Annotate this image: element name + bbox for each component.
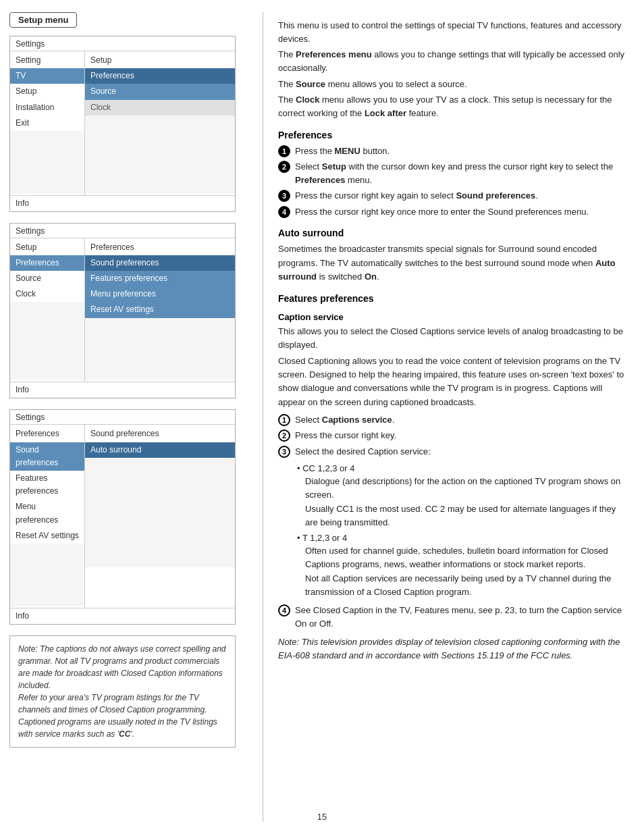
panel1-col1-row4: Exit — [10, 115, 84, 131]
panel1-col2-row3: Clock — [85, 100, 235, 115]
panel2-col2-row7 — [85, 349, 235, 365]
pref-step-3-text: Press the cursor right key again to sele… — [295, 189, 538, 203]
panel2-col1-row5 — [10, 318, 84, 334]
panel2-col2-row2: Features preferences — [85, 271, 235, 286]
panel2-col2-row3: Menu preferences — [85, 286, 235, 302]
caption-step-1-text: Select Captions service. — [295, 413, 394, 427]
panel1-col1: Setting TV Setup Installation Exit — [10, 51, 84, 195]
preferences-steps: 1 Press the MENU button. 2 Select Setup … — [278, 145, 628, 219]
settings-panel-1: Settings Setting TV Setup Installation E… — [9, 36, 236, 212]
panel2-col1-row0: Setup — [10, 240, 84, 255]
step-num-1: 1 — [278, 145, 290, 157]
page-number: 15 — [317, 812, 327, 822]
panel1-col1-row8 — [10, 178, 84, 194]
panel2-col2-row6 — [85, 334, 235, 349]
panel3-col1-row3: Menu preferences — [10, 499, 84, 527]
panel1-col2-row0: Setup — [85, 53, 235, 68]
panel3-col2-row2 — [85, 458, 235, 473]
intro-text-2: The Preferences menu allows you to chang… — [278, 48, 628, 75]
caption-step-1: 1 Select Captions service. — [278, 413, 628, 427]
note-box: Note: The captions do not always use cor… — [9, 635, 236, 748]
panel3-col2-row3 — [85, 473, 235, 489]
panel1-col2-row1: Preferences — [85, 68, 235, 84]
caption-step-num-2: 2 — [278, 429, 290, 442]
panel1-col1-row3: Installation — [10, 100, 84, 115]
panel3-col1-row5 — [10, 544, 84, 559]
panel3-col1: Preferences Sound preferences Features p… — [10, 425, 84, 607]
cc-label: • CC 1,2,3 or 4 — [297, 463, 628, 473]
setup-menu-header: Setup menu — [9, 12, 77, 28]
right-column: This menu is used to control the setting… — [263, 12, 644, 822]
panel2-col1-row6 — [10, 334, 84, 349]
caption-italic-note: Note: This television provides display o… — [278, 635, 628, 662]
panel2-title: Settings — [10, 224, 235, 238]
pref-step-4-text: Press the cursor right key once more to … — [295, 205, 589, 219]
caption-service-heading: Caption service — [278, 312, 628, 322]
step-num-2: 2 — [278, 161, 290, 173]
pref-step-3: 3 Press the cursor right key again to se… — [278, 189, 628, 203]
pref-step-2-text: Select Setup with the cursor down key an… — [295, 160, 628, 186]
panel3-col1-row7 — [10, 575, 84, 590]
panel2-col1-row4 — [10, 302, 84, 317]
t-label: • T 1,2,3 or 4 — [297, 533, 628, 543]
panel3-col2-row1: Auto surround — [85, 442, 235, 458]
caption-step-4: 4 See Closed Caption in the TV, Features… — [278, 604, 628, 630]
settings-panel-3: Settings Preferences Sound preferences F… — [9, 409, 236, 624]
panel2-col2-row4: Reset AV settings — [85, 302, 235, 317]
panel3-col1-row1: Sound preferences — [10, 442, 84, 471]
caption-step-2: 2 Press the cursor right key. — [278, 429, 628, 442]
panel3-col1-row6 — [10, 559, 84, 575]
panel3-col2-row4 — [85, 489, 235, 504]
caption-step-3: 3 Select the desired Caption service: — [278, 445, 628, 459]
panel2-col1-row3: Clock — [10, 286, 84, 302]
panel2-col1-row2: Source — [10, 271, 84, 286]
intro-text-3: The Source menu allows you to select a s… — [278, 78, 628, 91]
caption-step4: 4 See Closed Caption in the TV, Features… — [278, 604, 628, 630]
panel2-col2-row1: Sound preferences — [85, 255, 235, 271]
t-desc-2: Not all Caption services are necessarily… — [297, 572, 628, 598]
panel3-col1-row4: Reset AV settings — [10, 528, 84, 544]
auto-surround-text: Sometimes the broadcaster transmits spec… — [278, 242, 628, 283]
cc-desc-1: Dialogue (and descriptions) for the acti… — [297, 475, 628, 501]
cc-bullet: • CC 1,2,3 or 4 Dialogue (and descriptio… — [297, 463, 628, 529]
pref-step-1: 1 Press the MENU button. — [278, 145, 628, 158]
panel3-col2-row0: Sound preferences — [85, 426, 235, 442]
panel1-col1-row1: TV — [10, 68, 84, 84]
caption-step-num-1: 1 — [278, 414, 290, 426]
cc-desc-2: Usually CC1 is the most used. CC 2 may b… — [297, 502, 628, 529]
settings-panel-2: Settings Setup Preferences Source Clock … — [9, 223, 236, 399]
panel2-col1-row7 — [10, 349, 84, 365]
note-text: Note: The captions do not always use cor… — [18, 644, 226, 739]
panel1-col2: Setup Preferences Source Clock — [84, 51, 235, 195]
step-num-4: 4 — [278, 206, 290, 218]
auto-surround-heading: Auto surround — [278, 228, 628, 238]
panel2-col1-row1: Preferences — [10, 255, 84, 271]
panel1-col1-row5 — [10, 131, 84, 147]
panel1-col2-row6 — [85, 147, 235, 162]
panel3-col1-row2: Features preferences — [10, 471, 84, 499]
panel1-info: Info — [10, 195, 235, 211]
panel1-title: Settings — [10, 36, 235, 51]
panel3-title: Settings — [10, 410, 235, 425]
pref-step-1-text: Press the MENU button. — [295, 145, 390, 158]
panel2-col2: Preferences Sound preferences Features p… — [84, 238, 235, 382]
panel2-col1-row8 — [10, 365, 84, 380]
caption-desc-1: This allows you to select the Closed Cap… — [278, 325, 628, 352]
panel2-info: Info — [10, 382, 235, 398]
panel2-col2-row5 — [85, 318, 235, 334]
panel3-col2-row5 — [85, 504, 235, 520]
panel1-col1-row6 — [10, 147, 84, 162]
panel1-col2-row8 — [85, 178, 235, 194]
panel1-col2-row5 — [85, 131, 235, 147]
panel2-col2-row0: Preferences — [85, 240, 235, 255]
panel3-col2: Sound preferences Auto surround — [84, 425, 235, 607]
panel1-col2-row4 — [85, 115, 235, 131]
intro-text-4: The Clock menu allows you to use your TV… — [278, 93, 628, 120]
panel2-col2-row8 — [85, 365, 235, 380]
caption-step-2-text: Press the cursor right key. — [295, 429, 396, 442]
caption-desc-2: Closed Captioning allows you to read the… — [278, 355, 628, 409]
caption-step-3-text: Select the desired Caption service: — [295, 445, 431, 459]
t-desc-1: Often used for channel guide, schedules,… — [297, 544, 628, 571]
panel3-info: Info — [10, 608, 235, 624]
t-bullet: • T 1,2,3 or 4 Often used for channel gu… — [297, 533, 628, 598]
